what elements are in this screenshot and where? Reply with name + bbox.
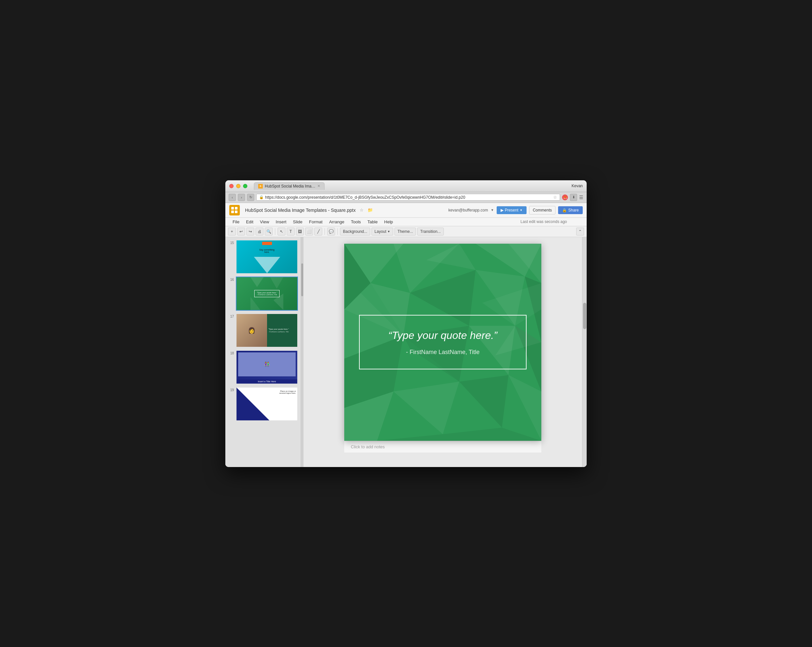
notes-placeholder: Click to add notes [351,444,385,449]
tab-favicon: S [258,184,263,189]
notes-container: Click to add notes [344,441,541,453]
transition-button[interactable]: Transition... [417,227,443,235]
layout-chevron-icon: ▼ [387,230,390,233]
account-email: kevan@bufferapp.com [449,208,488,212]
slide-area: “Type your quote here.” - FirstName Last… [304,237,582,467]
bookmark-icon[interactable]: ☆ [553,195,557,200]
menu-format[interactable]: Format [306,219,326,225]
tab-area: S HubSpot Social Media Ima… ✕ [254,182,569,190]
tab-close-icon[interactable]: ✕ [317,184,320,188]
slide-thumbnail-17[interactable]: 17 👩 "Type your quote here." - FirstName… [225,312,301,349]
slide-thumbnail-15[interactable]: 15 Say somethinghere. [225,238,301,275]
forward-button[interactable]: › [238,194,245,201]
slide-thumb-19[interactable]: Place an image orseveral logos here. [236,387,298,421]
theme-button[interactable]: Theme... [394,227,416,235]
redo-button[interactable]: ↪ [246,227,254,235]
toolbar-separator-1 [275,228,275,235]
layout-button[interactable]: Layout ▼ [371,227,393,235]
slide-img-17: 👩 "Type your quote here." - FirstName La… [237,314,297,347]
present-button[interactable]: ▶ Present ▼ [497,206,527,214]
slide-img-15: Say somethinghere. [237,240,297,273]
address-input[interactable]: 🔒 https://docs.google.com/presentation/d… [256,194,560,201]
account-dropdown-icon[interactable]: ▼ [491,208,494,212]
menu-table[interactable]: Table [364,219,381,225]
image-tool[interactable]: 🖼 [296,227,304,235]
insert-button[interactable]: + [228,227,236,235]
browser-tab[interactable]: S HubSpot Social Media Ima… ✕ [254,182,325,190]
title-bar: S HubSpot Social Media Ima… ✕ Kevan [225,180,587,192]
browser-menu-icon[interactable]: ☰ [579,195,583,200]
slide-canvas[interactable]: “Type your quote here.” - FirstName Last… [344,244,541,441]
collapse-toolbar-button[interactable]: ⌃ [576,227,584,235]
menu-edit[interactable]: Edit [243,219,256,225]
present-icon: ▶ [501,208,504,212]
slide16-quote-text: "Type your quote here." [256,291,277,294]
slide15-text: Say somethinghere. [237,249,297,253]
slide-thumbnail-19[interactable]: 19 Place an image orseveral logos here. [225,386,301,422]
slide18-title: Insert a Title Here [237,379,297,384]
comments-label: Comments [533,208,552,212]
comments-button[interactable]: Comments [529,206,556,214]
menu-insert[interactable]: Insert [272,219,290,225]
slide-thumbnail-18[interactable]: 18 👫 Insert a Title Here [225,349,301,386]
menu-file[interactable]: File [229,219,243,225]
share-button[interactable]: 🔒 Share [558,206,583,214]
svg-marker-5 [270,277,284,289]
menu-help[interactable]: Help [381,219,397,225]
app-toolbar: HubSpot Social Media Image Templates - S… [225,203,587,218]
download-icon[interactable]: ⬇ [570,194,577,201]
comment-tool[interactable]: 💬 [327,227,335,235]
slide-num-18: 18 [228,350,234,355]
slide-thumb-16[interactable]: "Type your quote here." - FirstName Last… [236,276,298,311]
app-title: HubSpot Social Media Image Templates - S… [245,208,356,213]
slide-thumb-15[interactable]: Say somethinghere. [236,240,298,274]
minimize-button[interactable] [236,184,240,188]
slide-num-16: 16 [228,276,234,281]
theme-label: Theme... [397,229,413,234]
thumbnail-panel: 15 Say somethinghere. 16 [225,237,301,467]
slide-thumbnail-16[interactable]: 16 "Type your quote here." - FirstName L [225,275,301,312]
close-button[interactable] [229,184,234,188]
select-tool[interactable]: ↖ [278,227,285,235]
undo-button[interactable]: ↩ [237,227,245,235]
notes-area[interactable]: Click to add notes [344,441,541,453]
text-tool[interactable]: T [287,227,295,235]
slide-num-17: 17 [228,313,234,318]
slide16-quote-box: "Type your quote here." - FirstName Last… [254,290,279,297]
menu-view[interactable]: View [256,219,272,225]
transition-label: Transition... [420,229,441,234]
mac-window: S HubSpot Social Media Ima… ✕ Kevan ‹ › … [225,180,587,467]
slide-num-19: 19 [228,387,234,392]
right-scroll-thumb [583,303,586,329]
star-title-icon[interactable]: ☆ [360,208,363,212]
slide17-photo: 👩 [237,314,267,347]
slide-thumb-17[interactable]: 👩 "Type your quote here." - FirstName La… [236,313,298,348]
menu-tools[interactable]: Tools [348,219,364,225]
panel-scrollbar[interactable] [301,237,304,467]
share-label: Share [568,208,579,212]
quote-box[interactable]: “Type your quote here.” - FirstName Last… [359,314,527,369]
back-button[interactable]: ‹ [229,194,236,201]
background-button[interactable]: Background... [340,227,370,235]
folder-icon[interactable]: 📁 [368,208,373,212]
slide-img-19: Place an image orseveral logos here. [237,388,297,420]
refresh-button[interactable]: ↻ [247,194,254,201]
line-tool[interactable]: ╱ [314,227,322,235]
main-content: 15 Say somethinghere. 16 [225,237,587,467]
slide-thumb-18[interactable]: 👫 Insert a Title Here [236,350,298,384]
tab-title: HubSpot Social Media Ima… [265,184,315,189]
url-text: https://docs.google.com/presentation/d/1… [265,195,465,200]
print-button[interactable]: 🖨 [256,227,263,235]
background-label: Background... [343,229,367,234]
format-toolbar: + ↩ ↪ 🖨 🔍 ↖ T 🖼 ⬜ ╱ 💬 Background... Layo… [225,226,587,237]
zoom-button[interactable]: 🔍 [265,227,273,235]
traffic-lights [229,184,247,188]
quote-attr: - FirstName LastName, Title [376,349,510,356]
menu-arrange[interactable]: Arrange [326,219,348,225]
right-scrollbar[interactable] [582,237,587,467]
maximize-button[interactable] [243,184,247,188]
slide18-photo: 👫 [238,352,296,376]
slide17-quote: "Type your quote here." [269,328,296,330]
menu-slide[interactable]: Slide [290,219,306,225]
shape-tool[interactable]: ⬜ [305,227,313,235]
